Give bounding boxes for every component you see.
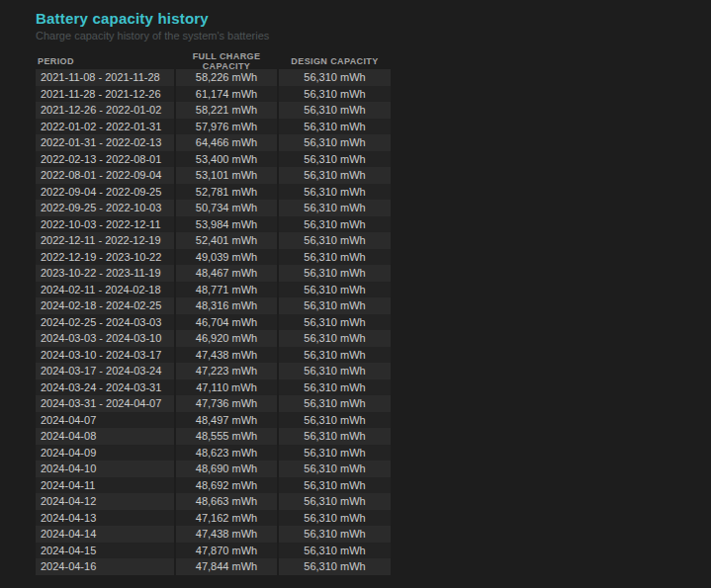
full-charge-cell: 53,400 mWh: [176, 151, 277, 168]
table-row: 2022-12-11 - 2022-12-19 52,401 mWh 56,31…: [36, 232, 391, 249]
period-cell: 2024-04-13: [36, 510, 174, 527]
design-capacity-cell: 56,310 mWh: [279, 86, 391, 103]
period-cell: 2022-12-19 - 2023-10-22: [36, 249, 174, 266]
table-row: 2024-02-25 - 2024-03-03 46,704 mWh 56,31…: [36, 314, 391, 331]
table-row: 2021-11-28 - 2021-12-26 61,174 mWh 56,31…: [36, 86, 391, 103]
design-capacity-cell: 56,310 mWh: [279, 265, 391, 282]
table-row: 2024-04-08 48,555 mWh 56,310 mWh: [36, 428, 391, 445]
design-capacity-cell: 56,310 mWh: [279, 102, 391, 119]
table-row: 2022-10-03 - 2022-12-11 53,984 mWh 56,31…: [36, 216, 391, 233]
design-capacity-cell: 56,310 mWh: [279, 134, 391, 151]
design-capacity-cell: 56,310 mWh: [279, 558, 391, 575]
design-capacity-cell: 56,310 mWh: [279, 282, 391, 298]
period-cell: 2024-02-18 - 2024-02-25: [36, 297, 174, 314]
full-charge-cell: 48,623 mWh: [176, 445, 277, 462]
column-header-full-charge-capacity: FULL CHARGE CAPACITY: [176, 51, 277, 71]
full-charge-cell: 47,438 mWh: [176, 347, 277, 364]
period-cell: 2024-04-08: [36, 428, 174, 445]
period-cell: 2024-04-16: [36, 558, 174, 575]
page-title: Battery capacity history: [36, 9, 711, 28]
full-charge-cell: 49,039 mWh: [176, 249, 277, 266]
table-body: 2021-11-08 - 2021-11-28 58,226 mWh 56,31…: [36, 69, 391, 575]
table-row: 2024-03-24 - 2024-03-31 47,110 mWh 56,31…: [36, 379, 391, 396]
full-charge-cell: 52,781 mWh: [176, 184, 277, 201]
period-cell: 2024-04-15: [36, 543, 174, 559]
full-charge-cell: 47,438 mWh: [176, 526, 277, 543]
table-row: 2022-09-25 - 2022-10-03 50,734 mWh 56,31…: [36, 200, 391, 216]
design-capacity-cell: 56,310 mWh: [279, 461, 391, 477]
full-charge-cell: 48,316 mWh: [176, 297, 277, 314]
period-cell: 2024-04-14: [36, 526, 174, 543]
period-cell: 2024-04-10: [36, 461, 174, 477]
full-charge-cell: 53,984 mWh: [176, 216, 277, 233]
table-row: 2022-01-02 - 2022-01-31 57,976 mWh 56,31…: [36, 119, 391, 135]
design-capacity-cell: 56,310 mWh: [279, 297, 391, 314]
period-cell: 2024-03-24 - 2024-03-31: [36, 379, 174, 396]
full-charge-cell: 48,555 mWh: [176, 428, 277, 445]
table-row: 2024-02-18 - 2024-02-25 48,316 mWh 56,31…: [36, 297, 391, 314]
design-capacity-cell: 56,310 mWh: [279, 363, 391, 379]
full-charge-cell: 57,976 mWh: [176, 119, 277, 135]
design-capacity-cell: 56,310 mWh: [279, 249, 391, 266]
design-capacity-cell: 56,310 mWh: [279, 379, 391, 396]
full-charge-cell: 58,226 mWh: [176, 69, 277, 86]
period-cell: 2024-03-17 - 2024-03-24: [36, 363, 174, 379]
table-row: 2024-04-16 47,844 mWh 56,310 mWh: [36, 558, 391, 575]
full-charge-cell: 48,771 mWh: [176, 282, 277, 298]
table-row: 2022-01-31 - 2022-02-13 64,466 mWh 56,31…: [36, 134, 391, 151]
table-row: 2022-12-19 - 2023-10-22 49,039 mWh 56,31…: [36, 249, 391, 266]
full-charge-cell: 47,844 mWh: [176, 558, 277, 575]
period-cell: 2024-02-11 - 2024-02-18: [36, 282, 174, 298]
period-cell: 2022-08-01 - 2022-09-04: [36, 167, 174, 184]
design-capacity-cell: 56,310 mWh: [279, 314, 391, 331]
full-charge-cell: 48,497 mWh: [176, 412, 277, 429]
design-capacity-cell: 56,310 mWh: [279, 493, 391, 510]
full-charge-cell: 50,734 mWh: [176, 200, 277, 216]
design-capacity-cell: 56,310 mWh: [279, 119, 391, 135]
table-row: 2024-04-10 48,690 mWh 56,310 mWh: [36, 461, 391, 477]
full-charge-cell: 47,870 mWh: [176, 543, 277, 559]
period-cell: 2022-01-02 - 2022-01-31: [36, 119, 174, 135]
table-row: 2022-02-13 - 2022-08-01 53,400 mWh 56,31…: [36, 151, 391, 168]
design-capacity-cell: 56,310 mWh: [279, 477, 391, 494]
period-cell: 2024-04-07: [36, 412, 174, 429]
design-capacity-cell: 56,310 mWh: [279, 445, 391, 462]
full-charge-cell: 52,401 mWh: [176, 232, 277, 249]
period-cell: 2024-04-12: [36, 493, 174, 510]
design-capacity-cell: 56,310 mWh: [279, 330, 391, 347]
full-charge-cell: 47,110 mWh: [176, 379, 277, 396]
table-row: 2023-10-22 - 2023-11-19 48,467 mWh 56,31…: [36, 265, 391, 282]
period-cell: 2024-02-25 - 2024-03-03: [36, 314, 174, 331]
period-cell: 2023-10-22 - 2023-11-19: [36, 265, 174, 282]
period-cell: 2022-09-25 - 2022-10-03: [36, 200, 174, 216]
full-charge-cell: 48,692 mWh: [176, 477, 277, 494]
full-charge-cell: 48,467 mWh: [176, 265, 277, 282]
period-cell: 2021-11-08 - 2021-11-28: [36, 69, 174, 86]
full-charge-cell: 46,704 mWh: [176, 314, 277, 331]
table-row: 2021-12-26 - 2022-01-02 58,221 mWh 56,31…: [36, 102, 391, 119]
column-header-design-capacity: DESIGN CAPACITY: [279, 56, 391, 66]
full-charge-cell: 47,162 mWh: [176, 510, 277, 527]
period-cell: 2022-01-31 - 2022-02-13: [36, 134, 174, 151]
page-subtitle: Charge capacity history of the system's …: [36, 30, 711, 42]
table-row: 2024-03-17 - 2024-03-24 47,223 mWh 56,31…: [36, 363, 391, 379]
design-capacity-cell: 56,310 mWh: [279, 428, 391, 445]
period-cell: 2022-10-03 - 2022-12-11: [36, 216, 174, 233]
table-row: 2022-09-04 - 2022-09-25 52,781 mWh 56,31…: [36, 184, 391, 201]
table-row: 2024-04-11 48,692 mWh 56,310 mWh: [36, 477, 391, 494]
table-row: 2024-04-12 48,663 mWh 56,310 mWh: [36, 493, 391, 510]
table-row: 2024-04-14 47,438 mWh 56,310 mWh: [36, 526, 391, 543]
design-capacity-cell: 56,310 mWh: [279, 167, 391, 184]
design-capacity-cell: 56,310 mWh: [279, 395, 391, 412]
full-charge-cell: 64,466 mWh: [176, 134, 277, 151]
table-row: 2024-04-09 48,623 mWh 56,310 mWh: [36, 445, 391, 462]
design-capacity-cell: 56,310 mWh: [279, 151, 391, 168]
table-header-row: PERIOD FULL CHARGE CAPACITY DESIGN CAPAC…: [36, 51, 391, 67]
design-capacity-cell: 56,310 mWh: [279, 510, 391, 527]
design-capacity-cell: 56,310 mWh: [279, 526, 391, 543]
period-cell: 2022-09-04 - 2022-09-25: [36, 184, 174, 201]
full-charge-cell: 47,736 mWh: [176, 395, 277, 412]
period-cell: 2021-12-26 - 2022-01-02: [36, 102, 174, 119]
design-capacity-cell: 56,310 mWh: [279, 543, 391, 559]
period-cell: 2024-03-10 - 2024-03-17: [36, 347, 174, 364]
